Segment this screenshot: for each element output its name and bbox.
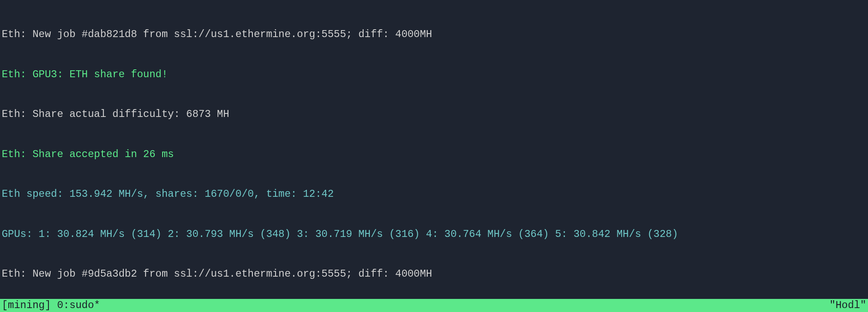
terminal-output-pane[interactable]: Eth: New job #dab821d8 from ssl://us1.et…: [0, 0, 868, 312]
log-line: GPUs: 1: 30.824 MH/s (314) 2: 30.793 MH/…: [2, 228, 866, 241]
log-line: Eth speed: 153.942 MH/s, shares: 1670/0/…: [2, 188, 866, 201]
log-line: Eth: Share actual difficulty: 6873 MH: [2, 108, 866, 121]
log-line: Eth: GPU3: ETH share found!: [2, 68, 866, 82]
log-line: Eth: New job #9d5a3db2 from ssl://us1.et…: [2, 267, 866, 281]
log-line: Eth: Share accepted in 26 ms: [2, 148, 866, 161]
status-session-window[interactable]: [mining] 0:sudo*: [2, 299, 100, 312]
status-hostname: "Hodl": [829, 299, 866, 312]
tmux-status-bar[interactable]: [mining] 0:sudo* "Hodl": [0, 299, 868, 312]
log-line: Eth: New job #dab821d8 from ssl://us1.et…: [2, 28, 866, 41]
